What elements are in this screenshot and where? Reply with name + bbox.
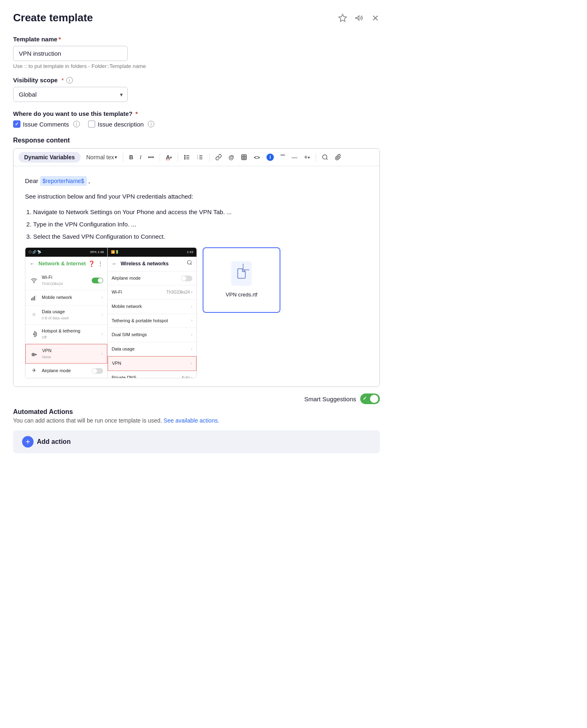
visibility-label-row: Visibility scope * i xyxy=(13,77,380,84)
numbered-list-button[interactable]: 123 xyxy=(194,152,206,162)
issue-comments-info-icon[interactable]: i xyxy=(73,121,80,127)
wifi-icon xyxy=(29,276,38,285)
hotspot-icon xyxy=(29,330,38,339)
phone-right-list-item: Wi-Fi Th3G33ks24 › xyxy=(108,285,196,300)
search-button[interactable] xyxy=(319,152,331,162)
chevron-icon: › xyxy=(191,303,192,310)
file-icon xyxy=(231,261,252,286)
chevron-icon: › xyxy=(101,350,102,357)
chevron-icon: › xyxy=(102,312,103,318)
issue-description-info-icon[interactable]: i xyxy=(148,121,154,127)
phone-right-list-item: Mobile network › xyxy=(108,300,196,314)
airplane-label: Airplane mode xyxy=(42,367,92,375)
attach-button[interactable] xyxy=(332,152,344,162)
bullet-list-button[interactable] xyxy=(181,152,193,162)
hotspot-sub: Off xyxy=(42,335,102,340)
visibility-select[interactable]: Global Private Team xyxy=(13,87,128,102)
divider-button[interactable]: — xyxy=(289,152,300,162)
issue-comments-checkbox-item[interactable]: Issue Comments i xyxy=(13,120,80,128)
smart-suggestions-row: Smart Suggestions ✓ xyxy=(13,393,380,404)
svg-rect-25 xyxy=(34,296,35,301)
svg-point-6 xyxy=(185,155,185,156)
mobile-network-label: Mobile network xyxy=(42,294,102,301)
add-action-label: Add action xyxy=(37,438,71,445)
issue-comments-label: Issue Comments xyxy=(23,121,69,128)
visibility-scope-section: Visibility scope * i Global Private Team… xyxy=(13,77,380,102)
svg-point-30 xyxy=(187,260,191,264)
issue-description-checkbox[interactable] xyxy=(88,120,95,128)
svg-point-7 xyxy=(185,157,185,158)
quote-button[interactable]: "" xyxy=(278,152,287,163)
phone-right-list-item: Tethering & portable hotspot › xyxy=(108,314,196,328)
add-action-plus-icon: + xyxy=(22,436,34,448)
megaphone-button[interactable] xyxy=(354,14,363,23)
phone-right-list-item-vpn: VPN › xyxy=(108,356,196,371)
italic-button[interactable]: I xyxy=(138,152,144,162)
editor-container: Dynamic Variables Normal tex ▾ B I ••• A… xyxy=(13,148,380,387)
response-content-label: Response content xyxy=(13,137,380,144)
vpn-sub: None xyxy=(42,354,101,360)
code-button[interactable]: <> xyxy=(251,153,262,162)
file-attachment: VPN creds.rtf xyxy=(203,247,280,313)
dynamic-variables-button[interactable]: Dynamic Variables xyxy=(18,152,81,163)
phone-appbar-right: ← Wireless & networks xyxy=(108,257,196,271)
template-name-input[interactable] xyxy=(13,46,128,61)
link-icon xyxy=(215,154,222,161)
insert-button[interactable]: + ▾ xyxy=(302,152,312,163)
smart-suggestions-toggle[interactable]: ✓ xyxy=(360,393,380,404)
private-dns-sub: Auto › xyxy=(181,375,192,378)
editor-content[interactable]: Dear $reporterName$ , See instruction be… xyxy=(14,166,379,387)
mention-button[interactable]: @ xyxy=(226,152,237,162)
more-button[interactable]: ••• xyxy=(145,152,156,162)
airplane-label-right: Airplane mode xyxy=(112,275,141,282)
list-item: Type in the VPN Configuration Info. ... xyxy=(33,219,368,229)
phone-app-title-left: Network & Internet xyxy=(38,260,88,268)
table-button[interactable] xyxy=(238,152,250,162)
airplane-toggle xyxy=(92,368,103,374)
text-style-selector[interactable]: Normal tex ▾ xyxy=(84,152,120,162)
link-button[interactable] xyxy=(213,152,224,162)
phone-list-item-vpn: VPN None › xyxy=(25,344,107,364)
response-content-section: Response content Dynamic Variables Norma… xyxy=(13,137,380,387)
see-available-actions-link[interactable]: See available actions. xyxy=(164,417,219,424)
issue-description-checkbox-item[interactable]: Issue description i xyxy=(88,120,155,128)
chevron-down-icon: ▾ xyxy=(308,155,310,160)
add-action-button[interactable]: + Add action xyxy=(13,430,380,453)
phone-right-list-item: Private DNS Auto › xyxy=(108,371,196,378)
template-name-section: Template name* Use :: to put template in… xyxy=(13,36,380,69)
where-to-use-label: Where do you want to use this template? … xyxy=(13,110,380,117)
svg-marker-0 xyxy=(339,14,346,21)
chevron-icon: › xyxy=(102,294,103,301)
svg-line-31 xyxy=(191,264,192,265)
font-color-button[interactable]: A ▾ xyxy=(163,152,174,162)
italic-icon: I xyxy=(140,154,142,161)
svg-point-27 xyxy=(34,333,35,335)
automated-actions-desc: You can add actions that will be run onc… xyxy=(13,417,380,424)
toolbar-divider-3 xyxy=(178,153,178,161)
svg-point-20 xyxy=(323,155,327,159)
phone-list-item: ✈ Airplane mode xyxy=(25,364,107,378)
wifi-toggle xyxy=(92,278,103,283)
tethering-label: Tethering & portable hotspot xyxy=(112,317,168,325)
variable-chip-reporter: $reporterName$ xyxy=(40,176,87,186)
help-icon: ❓ xyxy=(88,259,95,268)
greeting-comma: , xyxy=(88,177,90,184)
template-name-label: Template name* xyxy=(13,36,380,43)
statusbar-icons-right: 📶🔋 xyxy=(111,250,119,255)
vpn-icon xyxy=(30,349,39,358)
toolbar-divider-5 xyxy=(316,153,316,161)
checkboxes-row: Issue Comments i Issue description i xyxy=(13,120,380,128)
info-button[interactable]: i xyxy=(264,152,276,163)
chevron-icon: › xyxy=(191,332,192,338)
phone-statusbar-left: ⬡ 🔗 📡 35% 1:48 xyxy=(25,248,107,257)
wifi-sub-right: Th3G33ks24 › xyxy=(167,289,192,296)
list-item: Select the Saved VPN Configuration to Co… xyxy=(33,232,368,242)
wifi-label: Wi-Fi xyxy=(42,274,92,281)
svg-text:3: 3 xyxy=(197,158,199,160)
statusbar-time-left: 35% 1:48 xyxy=(90,250,104,255)
bold-button[interactable]: B xyxy=(126,152,135,162)
visibility-info-icon[interactable]: i xyxy=(66,77,73,84)
star-button[interactable] xyxy=(338,14,347,23)
issue-comments-checkbox[interactable] xyxy=(13,120,20,128)
close-button[interactable] xyxy=(371,14,380,23)
